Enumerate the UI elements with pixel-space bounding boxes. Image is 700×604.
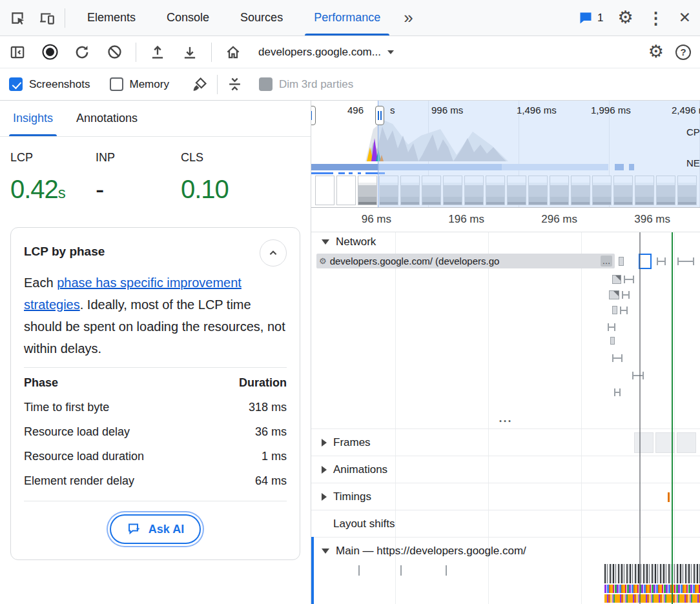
settings-gear-icon[interactable] [618,9,633,26]
timeline-overview[interactable]: 496 s 996 ms 1,496 ms 1,996 ms 2,496 ms … [311,101,700,208]
track-label: Frames [333,436,371,449]
metric-value: 0.10 [181,175,266,204]
screenshot-thumbnail[interactable] [315,176,335,205]
track-label: Animations [333,463,387,476]
tab-console[interactable]: Console [151,0,225,35]
performance-toolbar: developers.google.com... [0,36,700,68]
track-label: Layout shifts [333,518,395,530]
collapse-triangle-icon [322,549,329,554]
main-track-selection-edge [311,537,314,604]
main-flame-chart[interactable] [311,564,700,604]
upload-profile-icon[interactable] [147,41,169,63]
page-selector[interactable]: developers.google.com... [254,43,398,61]
panel-content: Insights Annotations LCP 0.42s INP - CLS… [0,101,700,604]
window-left-handle[interactable] [311,106,316,125]
screenshot-thumbnail[interactable] [336,176,356,205]
overview-tick: 1,496 ms [517,105,557,116]
table-row: Resource load duration1 ms [24,444,287,468]
net-lane-label: NET [686,157,700,168]
frame-thumbnail [634,432,654,453]
dropdown-arrow-icon [387,50,394,54]
network-waterfall[interactable] [311,271,700,414]
track-timings[interactable]: Timings [311,483,700,510]
divider [217,75,218,94]
track-network[interactable]: Network [311,232,700,252]
performance-timeline: 496 s 996 ms 1,496 ms 1,996 ms 2,496 ms … [311,101,700,604]
clear-recording-button[interactable] [103,41,125,63]
metric-inp: INP - [96,151,181,204]
network-waterfall-bar [609,290,619,299]
dim-third-parties-checkbox[interactable] [259,77,273,91]
download-profile-icon[interactable] [179,41,201,63]
divider [24,501,287,501]
help-icon[interactable] [675,45,691,60]
tab-annotations[interactable]: Annotations [65,101,149,136]
collect-garbage-brush-icon[interactable] [189,74,211,96]
message-bubble-icon [578,10,593,26]
inspect-element-icon[interactable] [6,7,28,29]
capture-options-bar: Screenshots Memory Dim 3rd parties [0,68,700,101]
record-button[interactable] [39,41,61,63]
track-layout-shifts[interactable]: Layout shifts [311,510,700,537]
page-selector-value: developers.google.com... [258,46,381,59]
tab-label: Sources [240,11,283,25]
devtools-window: Elements Console Sources Performance 1 [0,0,700,604]
window-right-handle[interactable] [375,106,384,125]
tab-insights[interactable]: Insights [1,101,65,136]
dim-third-parties-option[interactable]: Dim 3rd parties [259,77,353,91]
track-label: Main — https://developers.google.com/ [336,545,526,558]
menu-dots-icon[interactable] [648,10,664,26]
collapse-card-button[interactable] [260,239,287,267]
overflow-dots: ... [499,414,512,422]
tab-performance[interactable]: Performance [298,0,396,35]
track-animations[interactable]: Animations [311,456,700,483]
record-icon [46,48,54,56]
memory-checkbox[interactable] [110,77,123,91]
selected-request-outline [639,254,652,269]
capture-settings-gear-icon[interactable] [648,43,664,61]
network-whisker [612,354,623,362]
console-messages-button[interactable]: 1 [578,10,603,26]
metric-cls: CLS 0.10 [181,151,266,204]
metric-value: 0.42s [10,175,96,204]
task-tick [358,565,360,576]
home-icon[interactable] [222,41,244,63]
task-tick [400,565,402,576]
overview-tick: 996 ms [431,105,463,116]
overview-tick: 496 [347,105,364,116]
ask-ai-button[interactable]: Ask AI [110,514,201,544]
screenshot-thumbnail[interactable] [358,176,377,205]
tab-label: Performance [314,11,380,25]
metric-label: CLS [181,151,266,165]
screenshots-checkbox[interactable] [9,77,23,91]
network-overflow-indicator[interactable]: ... [311,414,700,428]
tab-sources[interactable]: Sources [225,0,298,35]
track-main[interactable]: Main — https://developers.google.com/ [311,537,700,564]
overview-tick: s [390,105,395,116]
network-waterfall-bar [610,337,615,345]
device-toolbar-icon[interactable] [36,7,58,29]
card-description: Each phase has specific improvement stra… [24,272,287,359]
track-frames[interactable]: Frames [311,428,700,456]
network-whisker [608,323,615,331]
expand-triangle-icon [322,493,327,501]
reload-and-record-button[interactable] [71,41,93,63]
dim-third-parties-label: Dim 3rd parties [279,78,353,91]
more-tabs-icon[interactable] [396,0,420,35]
network-whisker [622,291,630,299]
memory-option[interactable]: Memory [110,77,169,91]
close-icon[interactable] [679,10,691,25]
expand-triangle-icon [322,466,327,474]
overview-tick: 1,996 ms [591,105,631,116]
timing-mark [668,492,670,502]
network-request-row[interactable]: developers.google.com/ (developers.go … [311,252,700,271]
network-whisker [632,372,644,379]
metric-value: - [96,175,181,204]
screenshots-option[interactable]: Screenshots [9,77,90,91]
toggle-sidebar-icon[interactable] [6,41,28,63]
collapse-tracks-icon[interactable] [224,74,246,96]
dcl-marker-line [639,232,641,604]
tab-elements[interactable]: Elements [72,0,151,35]
network-request-bar[interactable]: developers.google.com/ (developers.go … [316,254,615,268]
timeline-tracks: Network developers.google.com/ (develope… [311,232,700,604]
